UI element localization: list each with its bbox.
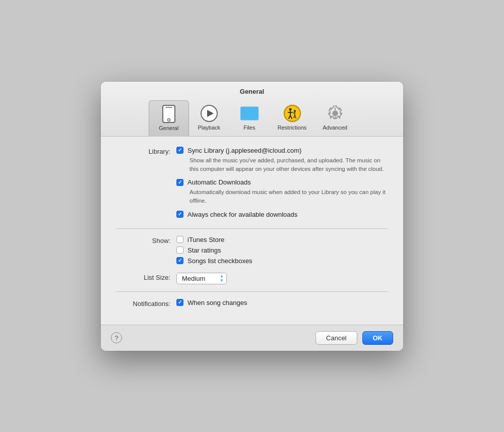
library-section: Library: Sync Library (j.appleseed@iclou… (116, 147, 388, 221)
auto-downloads-description: Automatically download music when added … (190, 188, 388, 206)
preferences-window: General General (101, 82, 403, 351)
library-label: Library: (116, 147, 176, 155)
tab-advanced-label: Advanced (323, 125, 347, 131)
separator-2 (116, 291, 388, 292)
title-bar: General General (101, 82, 403, 137)
auto-downloads-checkbox[interactable] (176, 179, 183, 186)
help-button[interactable]: ? (111, 332, 122, 343)
notifications-section: Notifications: When song changes (116, 299, 388, 310)
library-content: Sync Library (j.appleseed@icloud.com) Sh… (176, 147, 388, 221)
tab-playback-label: Playback (198, 125, 220, 131)
library-row: Library: Sync Library (j.appleseed@iclou… (116, 147, 388, 221)
notifications-row: Notifications: When song changes (116, 299, 388, 310)
restrictions-icon (283, 104, 301, 122)
svg-point-7 (289, 108, 291, 110)
sync-library-checkbox[interactable] (176, 147, 183, 154)
when-song-changes-checkbox[interactable] (176, 299, 183, 306)
itunes-store-label: iTunes Store (187, 236, 224, 243)
files-icon (240, 104, 259, 122)
tab-restrictions[interactable]: Restrictions (270, 100, 314, 136)
ok-button[interactable]: OK (362, 331, 394, 345)
tab-advanced[interactable]: Advanced (314, 100, 355, 136)
songs-list-label: Songs list checkboxes (187, 257, 253, 265)
show-row: Show: iTunes Store Star ratings Songs li… (116, 236, 388, 268)
show-section: Show: iTunes Store Star ratings Songs li… (116, 236, 388, 284)
when-song-changes-label: When song changes (187, 299, 247, 306)
playback-icon (200, 104, 218, 122)
svg-rect-0 (163, 105, 175, 122)
notifications-content: When song changes (176, 299, 388, 310)
show-label: Show: (116, 236, 176, 244)
itunes-store-row: iTunes Store (176, 236, 388, 243)
svg-rect-5 (240, 106, 259, 120)
list-size-content: Small Medium Large ▲ ▼ (176, 273, 388, 284)
cancel-button[interactable]: Cancel (316, 331, 357, 345)
separator-1 (116, 228, 388, 229)
general-icon (160, 105, 178, 123)
always-check-label: Always check for available downloads (187, 211, 297, 218)
songs-list-row: Songs list checkboxes (176, 257, 388, 265)
show-content: iTunes Store Star ratings Songs list che… (176, 236, 388, 268)
always-check-checkbox[interactable] (176, 211, 183, 218)
content-area: Library: Sync Library (j.appleseed@iclou… (101, 137, 403, 325)
sync-library-label: Sync Library (j.appleseed@icloud.com) (187, 147, 301, 154)
songs-list-checkbox[interactable] (176, 257, 183, 264)
star-ratings-row: Star ratings (176, 246, 388, 254)
tab-files-label: Files (243, 125, 255, 131)
when-song-changes-row: When song changes (176, 299, 388, 306)
auto-downloads-label: Automatic Downloads (187, 178, 251, 186)
star-ratings-checkbox[interactable] (176, 246, 183, 254)
list-size-label: List Size: (116, 273, 176, 281)
svg-point-6 (284, 105, 300, 121)
advanced-icon (326, 104, 344, 122)
svg-point-12 (294, 110, 296, 112)
always-check-row: Always check for available downloads (176, 211, 388, 218)
footer: ? Cancel OK (101, 325, 403, 351)
window-title: General (109, 88, 395, 95)
tab-general-label: General (159, 125, 178, 131)
notifications-label: Notifications: (116, 299, 176, 307)
toolbar: General Playback File (109, 100, 395, 136)
tab-restrictions-label: Restrictions (278, 125, 306, 131)
itunes-store-checkbox[interactable] (176, 236, 183, 243)
star-ratings-label: Star ratings (187, 246, 221, 254)
list-size-select[interactable]: Small Medium Large (176, 273, 227, 284)
tab-general[interactable]: General (149, 100, 189, 137)
sync-library-row: Sync Library (j.appleseed@icloud.com) (176, 147, 388, 154)
auto-downloads-row: Automatic Downloads (176, 178, 388, 186)
list-size-row: List Size: Small Medium Large ▲ ▼ (116, 273, 388, 284)
tab-files[interactable]: Files (229, 100, 270, 136)
tab-playback[interactable]: Playback (189, 100, 229, 136)
sync-library-description: Show all the music you've added, purchas… (190, 156, 388, 174)
footer-buttons: Cancel OK (316, 331, 393, 345)
list-size-select-wrapper: Small Medium Large ▲ ▼ (176, 273, 227, 284)
